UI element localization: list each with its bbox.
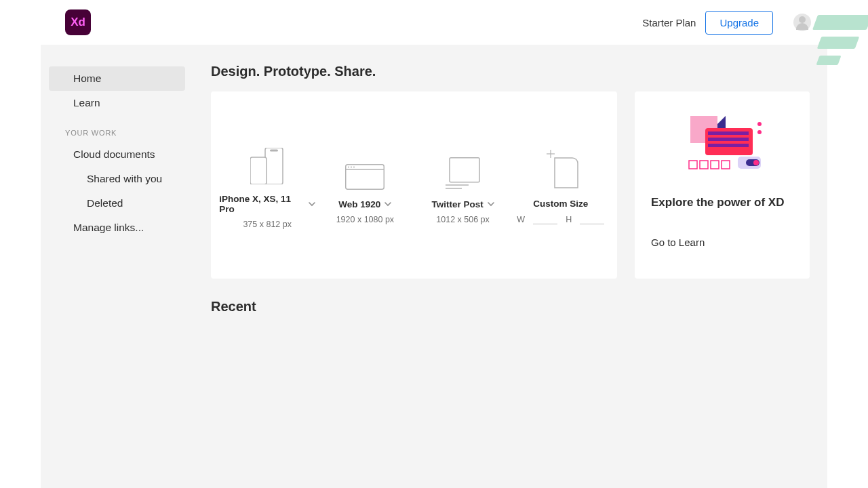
- promo-card: Explore the power of XD Go to Learn: [635, 92, 810, 279]
- preset-dims: 375 x 812 px: [243, 220, 292, 229]
- main: Design. Prototype. Share. i: [193, 45, 827, 488]
- plan-label: Starter Plan: [642, 17, 696, 28]
- chevron-down-icon[interactable]: [309, 201, 315, 207]
- svg-rect-27: [722, 161, 730, 169]
- width-input[interactable]: [533, 214, 557, 224]
- preset-web[interactable]: Web 1920 1920 x 1080 px: [317, 146, 413, 224]
- promo-illustration: [651, 109, 793, 177]
- preset-iphone[interactable]: iPhone X, XS, 11 Pro 375 x 812 px: [219, 141, 315, 229]
- svg-rect-25: [700, 161, 708, 169]
- sidebar-item-cloud-documents[interactable]: Cloud documents: [49, 142, 185, 167]
- sidebar: Home Learn YOUR WORK Cloud documents Sha…: [41, 45, 193, 488]
- svg-point-5: [348, 166, 349, 167]
- preset-dims: 1920 x 1080 px: [336, 215, 395, 224]
- svg-point-20: [757, 130, 762, 134]
- chevron-down-icon[interactable]: [488, 201, 494, 207]
- sidebar-item-manage-links[interactable]: Manage links...: [49, 216, 185, 240]
- svg-rect-17: [708, 138, 749, 141]
- avatar[interactable]: [793, 14, 811, 31]
- svg-rect-26: [711, 161, 719, 169]
- preset-label: Web 1920: [338, 199, 380, 209]
- preset-dims: 1012 x 506 px: [436, 215, 490, 224]
- custom-size-icon: [542, 146, 579, 189]
- app-logo: Xd: [65, 9, 91, 35]
- svg-rect-2: [270, 150, 278, 152]
- preset-label: iPhone X, XS, 11 Pro: [219, 194, 304, 214]
- svg-point-23: [753, 160, 759, 165]
- post-icon: [446, 146, 481, 190]
- svg-point-7: [353, 166, 355, 167]
- sidebar-item-deleted[interactable]: Deleted: [49, 191, 185, 216]
- svg-point-19: [757, 122, 762, 126]
- preset-label: Custom Size: [533, 199, 588, 209]
- preset-twitter-post[interactable]: Twitter Post 1012 x 506 px: [415, 146, 511, 224]
- presets-card: iPhone X, XS, 11 Pro 375 x 812 px: [211, 92, 617, 279]
- svg-rect-24: [689, 161, 697, 169]
- svg-rect-1: [250, 157, 267, 184]
- height-label: H: [566, 215, 572, 224]
- phone-icon: [250, 141, 284, 184]
- preset-label: Twitter Post: [431, 199, 483, 209]
- width-label: W: [517, 215, 525, 224]
- svg-rect-8: [450, 157, 479, 182]
- upgrade-button[interactable]: Upgrade: [705, 11, 773, 35]
- sidebar-section-label: YOUR WORK: [41, 115, 193, 142]
- decorative-overlay: [815, 15, 868, 72]
- go-to-learn-link[interactable]: Go to Learn: [651, 237, 793, 248]
- sidebar-item-home[interactable]: Home: [49, 66, 185, 91]
- page-title: Design. Prototype. Share.: [211, 64, 810, 79]
- preset-custom-size[interactable]: Custom Size W H: [513, 146, 609, 224]
- svg-rect-3: [346, 164, 384, 189]
- height-input[interactable]: [580, 214, 604, 224]
- svg-rect-16: [708, 131, 749, 135]
- recent-title: Recent: [211, 299, 810, 314]
- svg-rect-18: [708, 144, 749, 147]
- web-icon: [345, 146, 384, 190]
- sidebar-item-learn[interactable]: Learn: [49, 91, 185, 115]
- svg-rect-0: [265, 148, 283, 184]
- topbar: Xd Starter Plan Upgrade: [41, 0, 827, 45]
- sidebar-item-shared-with-you[interactable]: Shared with you: [49, 167, 185, 191]
- promo-title: Explore the power of XD: [651, 196, 793, 209]
- svg-point-6: [351, 166, 352, 167]
- chevron-down-icon[interactable]: [384, 201, 391, 207]
